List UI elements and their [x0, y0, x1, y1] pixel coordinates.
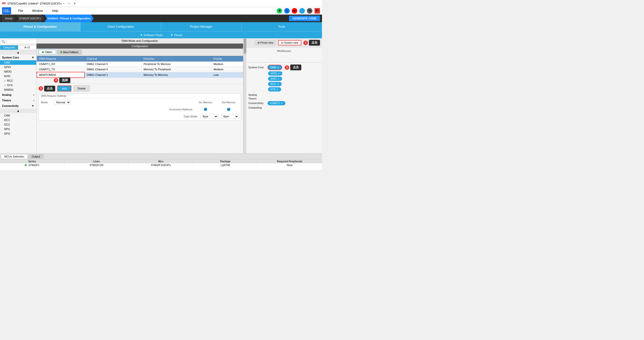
sv-chip-gpio[interactable]: GPIO ✔	[268, 71, 282, 76]
social-icon-1[interactable]: ⑩	[277, 8, 282, 14]
youtube-icon[interactable]: ▶	[292, 8, 297, 14]
dst-increment-checkbox[interactable]	[227, 108, 230, 111]
sidebar-item-i2c1[interactable]: I2C1	[0, 118, 36, 122]
sidebar-item-dma[interactable]: DMA	[0, 60, 36, 65]
center-panel: DMA Mode and Configuration Configuration…	[37, 38, 243, 153]
dma1-tab[interactable]: DMA1	[39, 50, 56, 55]
callout-3-num: 3	[39, 86, 43, 91]
dst-width-select[interactable]: Byte	[221, 114, 239, 119]
button-row: 3 点击 Add Delete	[39, 85, 241, 91]
pinout-nav[interactable]: ▼ Pinout	[170, 34, 182, 37]
src-increment-checkbox[interactable]	[204, 108, 207, 111]
collapse-icon-connectivity: ▼	[32, 104, 34, 107]
chip-check-sys: ✔	[277, 88, 279, 91]
table-row[interactable]: USART1_RX DMA1 Channel 5 Peripheral To M…	[37, 61, 243, 67]
st-icon[interactable]: ST	[314, 8, 320, 14]
window-controls: ─ □ ✕	[62, 2, 76, 5]
bottom-tab-output[interactable]: Output	[28, 154, 43, 159]
tab-tools[interactable]: Tools	[242, 22, 322, 31]
src-memory-header: Src Memory	[195, 101, 216, 104]
memtomem-tab[interactable]: MemToMem	[57, 50, 82, 55]
sidebar-item-wwdg[interactable]: WWDG	[0, 87, 36, 92]
mode-select[interactable]: Normal	[54, 100, 71, 105]
sidebar-item-nvic[interactable]: NVIC	[0, 74, 36, 78]
maximize-btn[interactable]: □	[67, 2, 71, 5]
sv-chip-usart1[interactable]: USART1 ✔	[268, 101, 285, 105]
breadcrumb-mcu[interactable]: STM32F103C8Tx	[16, 15, 44, 22]
sidebar-item-i2c2[interactable]: I2C2	[0, 122, 36, 127]
search-icon: 🔍	[2, 40, 5, 43]
breadcrumb-project[interactable]: Untitled - Pinout & Configuration	[44, 15, 94, 22]
scroll-up-btn[interactable]: ▲	[0, 50, 36, 55]
callout-4-num: 4	[54, 78, 58, 83]
scroll-thumb[interactable]	[244, 39, 246, 54]
twitter-icon[interactable]: 🐦	[299, 8, 305, 14]
pinout-view-btn[interactable]: ⊞ Pinout view	[255, 40, 276, 45]
add-button[interactable]: Add	[57, 85, 71, 91]
bt-header-mcu: Mcu	[129, 160, 193, 163]
bt-series: STM32F1	[0, 163, 64, 167]
sidebar-item-gpio[interactable]: GPIO	[0, 65, 36, 69]
config-header: Configuration	[37, 44, 243, 49]
sv-chip-dma[interactable]: DMA ✔	[268, 65, 282, 70]
system-core-header[interactable]: System Core ▼	[0, 55, 36, 60]
sidebar-item-iwdg[interactable]: IWDG	[0, 69, 36, 74]
sidebar-item-sys[interactable]: ✔ SYS	[0, 83, 36, 87]
dst-increment-checkbox-cell	[219, 108, 239, 111]
delete-button[interactable]: Delete	[73, 85, 90, 91]
secondary-nav: ▼ Software Packs ▼ Pinout	[0, 31, 322, 38]
tab-clock[interactable]: Clock Configuration	[80, 22, 161, 31]
chip-check-usart1: ✔	[281, 102, 283, 105]
sv-chip-rcc[interactable]: RCC ✔	[268, 82, 282, 86]
bt-header-series: Series	[0, 160, 64, 163]
connectivity-header[interactable]: Connectivity ▼	[0, 103, 36, 109]
bt-header-package: Package	[193, 160, 257, 163]
middleware-section: Middleware	[246, 47, 322, 63]
network-icon[interactable]: ✦	[307, 8, 312, 14]
file-menu[interactable]: File	[16, 8, 25, 14]
expand-icon-analog: ›	[33, 93, 34, 96]
sv-row-analog: Analog	[248, 94, 320, 96]
bottom-tabs: MCUs Selection Output	[0, 153, 322, 159]
callout-2-text: 点击	[290, 65, 301, 70]
minimize-btn[interactable]: ─	[62, 2, 65, 5]
generate-code-button[interactable]: GENERATE CODE	[289, 16, 320, 21]
chevron-down-icon-2: ▼	[170, 34, 173, 37]
sv-timers-label: Timers	[248, 97, 266, 100]
sidebar-item-spi1[interactable]: SPI1	[0, 127, 36, 131]
tab-project[interactable]: Project Manager	[161, 22, 242, 31]
software-packs-nav[interactable]: ▼ Software Packs	[140, 34, 163, 37]
timers-header[interactable]: Timers ›	[0, 98, 36, 103]
sidebar-item-rcc[interactable]: ✔ RCC	[0, 78, 36, 83]
sidebar-item-spi2[interactable]: SPI2	[0, 131, 36, 136]
window-menu[interactable]: Window	[30, 8, 45, 14]
bt-header-lines: Lines	[64, 160, 129, 163]
breadcrumb-home[interactable]: Home	[2, 15, 15, 22]
scroll-up-conn-btn[interactable]: ▲	[0, 109, 36, 113]
sv-chip-nvic[interactable]: NVIC ✔	[268, 77, 282, 81]
sidebar-item-can[interactable]: CAN	[0, 113, 36, 118]
sv-chip-sys[interactable]: SYS ✔	[268, 87, 281, 91]
sv-computing-label: Computing	[248, 106, 266, 109]
sv-system-core-label: System Core	[248, 66, 266, 69]
bt-lines: STM32F103	[64, 163, 129, 167]
facebook-icon[interactable]: f	[284, 8, 290, 14]
categories-tab[interactable]: Categories	[0, 45, 18, 50]
sv-row-rcc: RCC ✔	[268, 82, 320, 86]
settings-row-increment: Increment Address	[39, 106, 241, 112]
search-input[interactable]	[6, 39, 37, 44]
src-width-select[interactable]: Byte	[200, 114, 218, 119]
center-scrollbar[interactable]	[243, 38, 246, 153]
system-view-btn[interactable]: ⊟ System view	[278, 40, 301, 45]
close-btn[interactable]: ✕	[73, 2, 76, 5]
tab-pinout[interactable]: Pinout & Configuration	[0, 22, 80, 31]
cell-direction-1: Peripheral To Memory	[141, 61, 211, 67]
cell-priority-1: Medium	[211, 61, 243, 67]
table-row[interactable]: USART1_TX DMA1 Channel 4 Memory To Perip…	[37, 67, 243, 72]
bottom-table-row[interactable]: STM32F1 STM32F103 STM32F103C8Tx LQFP48 N…	[0, 163, 322, 167]
bottom-tab-mcus[interactable]: MCUs Selection	[1, 154, 27, 159]
col-header-request: DMA Request	[37, 56, 84, 61]
az-tab[interactable]: A->Z	[18, 45, 36, 50]
help-menu[interactable]: Help	[50, 8, 60, 14]
analog-header[interactable]: Analog ›	[0, 92, 36, 98]
